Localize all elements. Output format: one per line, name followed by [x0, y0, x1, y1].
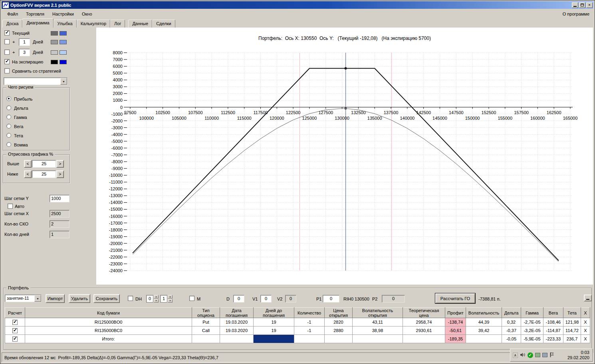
grid-step-y-input[interactable]: 1000: [50, 195, 69, 202]
tray-expand-icon[interactable]: ∧: [513, 352, 518, 358]
gamma-radio[interactable]: [6, 115, 11, 119]
column-header-5[interactable]: Количество: [294, 308, 325, 318]
p2-input[interactable]: 0: [382, 295, 405, 303]
language-flag-icon[interactable]: [549, 352, 554, 358]
vega-radio[interactable]: [6, 124, 11, 129]
column-header-14[interactable]: Тета: [563, 308, 581, 318]
column-header-2[interactable]: Тип опциона: [192, 308, 220, 318]
plus1-color-swatch-2[interactable]: [60, 40, 67, 44]
column-header-0[interactable]: Расчет: [5, 308, 25, 318]
column-header-1[interactable]: Код бумаги: [25, 308, 192, 318]
plus1-days-input[interactable]: 1: [19, 38, 30, 46]
menu-file[interactable]: Файл: [3, 10, 22, 18]
vomma-radio[interactable]: [6, 142, 11, 147]
v1-input[interactable]: 0: [260, 295, 272, 303]
row-calc-checkbox[interactable]: [12, 336, 18, 342]
auto-checkbox[interactable]: [8, 204, 13, 209]
column-header-7[interactable]: Волатильность открытия: [353, 308, 403, 318]
delta-radio[interactable]: [6, 105, 11, 110]
column-header-10[interactable]: Волатильность: [466, 308, 502, 318]
spinner-up-icon[interactable]: ▲: [168, 295, 173, 299]
plus3-checkbox[interactable]: [4, 49, 10, 55]
plus1-checkbox[interactable]: [4, 39, 10, 44]
plus3-color-swatch-1[interactable]: [51, 50, 58, 55]
expiration-checkbox[interactable]: [4, 59, 10, 64]
menu-trading[interactable]: Торговля: [22, 10, 48, 18]
antivirus-status-icon[interactable]: ✓: [528, 352, 533, 358]
spinner-up-icon[interactable]: ▲: [154, 295, 159, 299]
column-header-4[interactable]: Дней до погашения: [254, 308, 294, 318]
below-percent-input[interactable]: 25: [32, 170, 56, 178]
portfolio-preset-combobox[interactable]: занятие-11 ▼: [5, 295, 42, 302]
plus3-days-input[interactable]: 3: [19, 49, 30, 56]
expiration-color-swatch-2[interactable]: [60, 60, 67, 64]
plus1-color-swatch-1[interactable]: [51, 40, 58, 44]
menu-window[interactable]: Окно: [78, 10, 96, 18]
m-checkbox[interactable]: [189, 296, 194, 301]
volume-icon[interactable]: [520, 352, 526, 358]
tab-smile[interactable]: Улыбка: [54, 20, 77, 28]
tab-calculator[interactable]: Калькулятор: [77, 20, 110, 28]
calc-margin-button[interactable]: Рассчитать ГО: [435, 293, 475, 303]
close-button[interactable]: ×: [586, 2, 593, 8]
delete-button[interactable]: Удалить: [69, 294, 90, 303]
spinner-down-icon[interactable]: ▼: [168, 299, 173, 303]
payoff-chart[interactable]: -24000-23000-22000-21000-20000-19000-180…: [99, 42, 595, 284]
tray-app-icon-2[interactable]: [542, 353, 547, 357]
row-delete-button[interactable]: X: [581, 335, 590, 343]
preset-combo-arrow-icon[interactable]: ▼: [34, 295, 41, 302]
dh-spinner-2-value[interactable]: 1: [160, 295, 167, 303]
column-header-12[interactable]: Гамма: [521, 308, 543, 318]
grid-step-x-input[interactable]: 2500: [50, 210, 69, 218]
restore-button[interactable]: [579, 2, 585, 8]
tab-board[interactable]: Доска: [2, 20, 22, 28]
dh-checkbox[interactable]: [128, 296, 133, 301]
above-percent-input[interactable]: 25: [32, 160, 56, 168]
days-count-input[interactable]: 1: [50, 231, 69, 238]
d-input[interactable]: 0: [233, 295, 244, 303]
strategy-combo-arrow-icon[interactable]: ▼: [60, 78, 67, 85]
collapse-panel-button[interactable]: [584, 295, 592, 301]
compare-strategy-checkbox[interactable]: [4, 68, 10, 73]
minimize-button[interactable]: [572, 2, 578, 8]
plus3-color-swatch-2[interactable]: [60, 50, 67, 55]
tray-app-icon-1[interactable]: [535, 353, 540, 357]
current-color-swatch-2[interactable]: [60, 31, 67, 36]
below-increase-button[interactable]: >: [56, 170, 64, 178]
below-decrease-button[interactable]: <: [24, 170, 32, 178]
dh-spinner-1-value[interactable]: 0: [146, 295, 153, 303]
tab-trades[interactable]: Сделки: [152, 20, 175, 28]
expiration-color-swatch-1[interactable]: [51, 60, 58, 64]
column-header-3[interactable]: Дата погашения: [220, 308, 254, 318]
tab-log[interactable]: Лог: [110, 20, 125, 28]
row-calc-checkbox[interactable]: [12, 328, 18, 333]
tab-diagram[interactable]: Диаграмма: [22, 18, 53, 28]
p1-input[interactable]: 0: [323, 295, 339, 303]
above-decrease-button[interactable]: <: [24, 160, 32, 168]
row-delete-button[interactable]: X: [581, 318, 590, 326]
profit-radio[interactable]: [6, 96, 11, 101]
column-header-11[interactable]: Дельта: [502, 308, 521, 318]
menu-about[interactable]: О программе: [563, 12, 593, 16]
column-header-15[interactable]: X: [581, 308, 590, 318]
spinner-down-icon[interactable]: ▼: [154, 299, 159, 303]
sko-count-input[interactable]: 2: [50, 220, 69, 228]
column-header-8[interactable]: Теоретическая цена: [403, 308, 445, 318]
above-increase-button[interactable]: >: [56, 160, 64, 168]
plus1-days-label: Дней: [33, 40, 43, 44]
row-delete-button[interactable]: X: [581, 326, 590, 335]
tab-data[interactable]: Данные: [128, 20, 152, 28]
strategy-combobox[interactable]: ▼: [4, 77, 67, 85]
column-header-9[interactable]: Профит: [445, 308, 466, 318]
v2-input[interactable]: 0: [285, 295, 296, 303]
current-color-swatch-1[interactable]: [51, 31, 58, 36]
menu-settings[interactable]: Настройки: [48, 10, 78, 18]
current-checkbox[interactable]: [4, 30, 10, 36]
column-header-13[interactable]: Вега: [543, 308, 563, 318]
column-header-6[interactable]: Цена открытия: [325, 308, 353, 318]
save-button[interactable]: Сохранить: [93, 294, 120, 303]
tray-clock[interactable]: 0:03 29.02.2020: [567, 350, 590, 360]
theta-radio[interactable]: [6, 133, 11, 138]
row-calc-checkbox[interactable]: [12, 320, 18, 325]
import-button[interactable]: Импорт: [46, 294, 65, 303]
